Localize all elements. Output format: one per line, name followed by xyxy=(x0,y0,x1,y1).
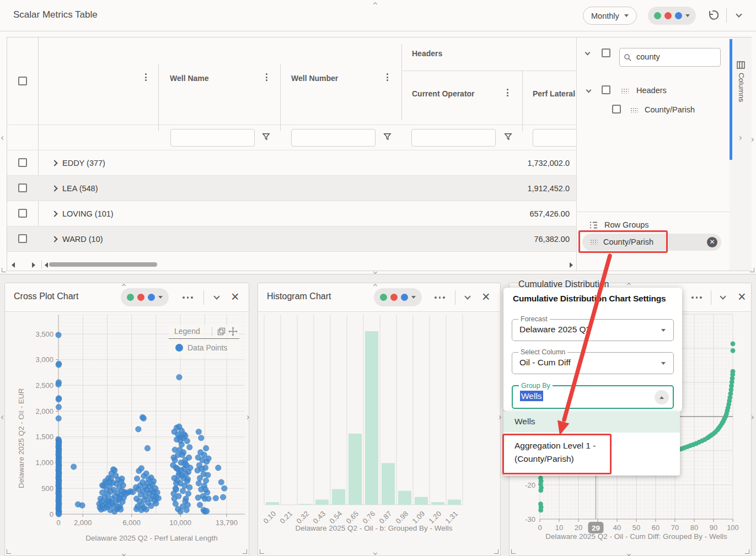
svg-text:0: 0 xyxy=(538,523,541,532)
table-row[interactable]: LOVING (101) 657,426.00 xyxy=(7,201,576,226)
chart-legend[interactable]: Legend Data Points xyxy=(169,325,239,358)
svg-text:2,500: 2,500 xyxy=(35,381,53,390)
more-options-icon[interactable] xyxy=(691,296,702,299)
filter-icon[interactable] xyxy=(383,133,392,141)
collapse-panel-icon[interactable] xyxy=(213,293,219,299)
collapse-dropdown-button[interactable] xyxy=(655,390,669,404)
tree-item-county-parish[interactable]: County/Parish xyxy=(645,105,695,114)
perf-lateral-filter-input[interactable] xyxy=(533,129,576,147)
histogram-header: Histogram Chart × xyxy=(258,283,500,312)
column-header-well-number[interactable]: Well Number xyxy=(291,74,338,83)
svg-text:0.54: 0.54 xyxy=(328,510,344,526)
popup-title: Cumulative Distribution Chart Settings xyxy=(513,294,666,304)
select-column-select[interactable]: Select Column Oil - Cum Diff xyxy=(512,352,674,374)
forecast-select[interactable]: Forecast Delaware 2025 Q2 xyxy=(512,319,674,341)
column-header-perf-lateral[interactable]: Perf Lateral xyxy=(533,89,575,98)
legend-entry-label: Data Points xyxy=(187,343,227,352)
row-checkbox[interactable] xyxy=(18,183,27,192)
dropdown-arrow-icon xyxy=(661,329,666,332)
tab-columns[interactable]: Columns xyxy=(737,73,746,102)
close-panel-icon[interactable]: × xyxy=(482,291,490,302)
traffic-light-selector[interactable] xyxy=(121,288,169,306)
dashboard: Scalar Metrics Table Monthly xyxy=(0,0,756,556)
undo-icon[interactable] xyxy=(706,8,720,23)
county-parish-checkbox[interactable] xyxy=(612,105,621,114)
row-checkbox[interactable] xyxy=(18,209,27,218)
option-wells[interactable]: Wells xyxy=(503,412,680,433)
table-row[interactable]: LEA (548) 1,912,452.0 xyxy=(7,175,576,201)
row-checkbox[interactable] xyxy=(18,158,27,167)
svg-text:0.65: 0.65 xyxy=(345,510,361,526)
scroll-left-icon[interactable] xyxy=(12,262,15,268)
headers-checkbox[interactable] xyxy=(602,85,610,94)
select-all-columns-checkbox[interactable] xyxy=(602,48,610,57)
drag-handle-icon[interactable] xyxy=(621,88,629,94)
row-checkbox[interactable] xyxy=(18,234,27,243)
group-column-menu-icon[interactable] xyxy=(145,73,147,81)
drag-handle-icon[interactable] xyxy=(630,107,638,113)
column-header-well-name[interactable]: Well Name xyxy=(170,74,209,83)
column-header-current-operator[interactable]: Current Operator xyxy=(412,89,475,98)
scroll-right-icon[interactable] xyxy=(570,262,573,268)
close-panel-icon[interactable]: × xyxy=(231,291,239,302)
divider xyxy=(212,327,212,336)
collapse-node-icon[interactable] xyxy=(586,88,592,93)
collapse-panel-icon[interactable] xyxy=(736,11,742,17)
current-operator-menu-icon[interactable] xyxy=(507,89,508,96)
svg-text:29: 29 xyxy=(592,524,600,532)
well-name-menu-icon[interactable] xyxy=(266,73,267,81)
column-search-input[interactable] xyxy=(635,52,715,62)
scroll-right-icon[interactable] xyxy=(32,262,35,268)
table-row[interactable]: WARD (10) 76,382.00 xyxy=(7,226,576,251)
svg-text:0: 0 xyxy=(56,519,60,527)
expand-row-icon[interactable] xyxy=(51,160,57,166)
well-number-filter-input[interactable] xyxy=(291,129,376,147)
expand-row-icon[interactable] xyxy=(51,210,57,217)
annotation-box-county-parish xyxy=(578,230,668,253)
green-dot-icon xyxy=(654,12,661,19)
row-group-label: LOVING (101) xyxy=(62,209,114,218)
horizontal-scrollbar[interactable] xyxy=(7,260,576,271)
more-options-icon[interactable] xyxy=(435,296,445,299)
tree-item-headers[interactable]: Headers xyxy=(636,86,667,95)
filter-icon[interactable] xyxy=(262,133,270,141)
remove-chip-icon[interactable]: ✕ xyxy=(707,237,717,247)
interval-selector[interactable]: Monthly xyxy=(583,7,637,25)
current-operator-filter-input[interactable] xyxy=(411,129,496,147)
traffic-light-selector[interactable] xyxy=(374,288,422,306)
histogram-chart[interactable]: 0.100.210.320.430.540.650.760.870.981.09… xyxy=(258,283,501,556)
row-group-label: EDDY (377) xyxy=(62,159,105,168)
columns-icon xyxy=(737,61,745,69)
more-options-icon[interactable] xyxy=(183,296,193,299)
select-all-checkbox[interactable] xyxy=(18,77,27,85)
svg-text:1,000: 1,000 xyxy=(35,458,53,467)
scrollbar-thumb[interactable] xyxy=(49,262,157,267)
well-number-menu-icon[interactable] xyxy=(387,73,388,81)
row-perf-lateral-value: 657,426.00 xyxy=(529,209,570,218)
svg-text:6,000: 6,000 xyxy=(122,519,141,527)
group-by-value: Wells xyxy=(520,391,543,401)
well-name-filter-input[interactable] xyxy=(170,129,255,147)
table-row[interactable]: EDDY (377) 1,732,002.0 xyxy=(7,150,576,175)
legend-header: Legend xyxy=(169,325,239,339)
close-panel-icon[interactable]: × xyxy=(738,291,746,302)
group-by-combobox[interactable]: Group By Wells xyxy=(512,385,674,409)
collapse-panel-icon[interactable] xyxy=(720,293,726,299)
svg-text:0.32: 0.32 xyxy=(295,510,311,526)
column-group-header: Headers xyxy=(412,49,442,58)
svg-text:0.98: 0.98 xyxy=(394,510,410,526)
filter-icon[interactable] xyxy=(504,133,512,141)
column-search-box[interactable] xyxy=(619,48,721,67)
copy-legend-icon[interactable] xyxy=(217,327,226,336)
grid-table: Well Name Well Number Headers Current Op… xyxy=(7,37,576,271)
expand-row-icon[interactable] xyxy=(51,185,57,191)
expand-row-icon[interactable] xyxy=(51,236,57,242)
chevron-down-icon xyxy=(685,14,690,17)
move-legend-icon[interactable] xyxy=(228,327,238,336)
expand-tab-icon[interactable] xyxy=(738,136,742,140)
collapse-panel-icon[interactable] xyxy=(464,293,470,299)
page-title: Scalar Metrics Table xyxy=(13,9,98,20)
scroll-left-icon[interactable] xyxy=(45,262,48,268)
traffic-light-selector[interactable] xyxy=(648,7,696,25)
collapse-tree-icon[interactable] xyxy=(585,50,591,56)
